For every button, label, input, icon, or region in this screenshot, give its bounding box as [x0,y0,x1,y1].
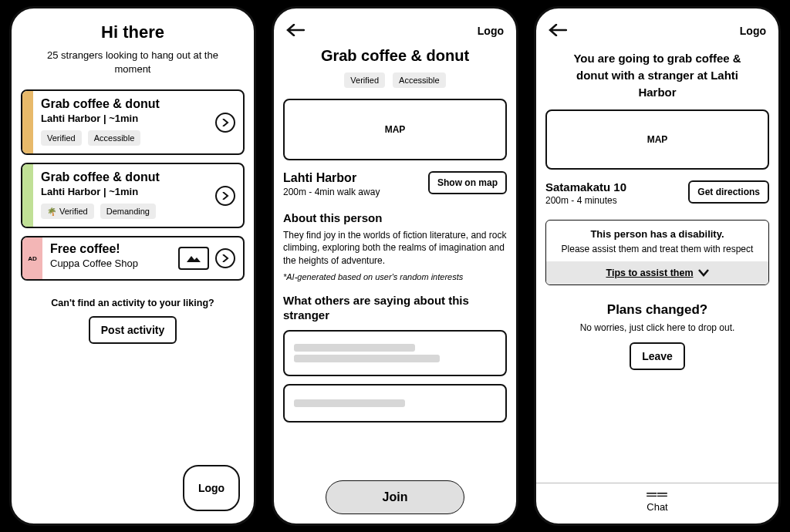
confirmation-headline: You are going to grab coffee & donut wit… [558,50,757,100]
about-ai-note: *AI-generated based on user's random int… [283,272,507,281]
ad-badge: AD [22,237,42,279]
stranger-count-subtitle: 25 strangers looking to hang out at the … [44,49,221,76]
review-card [283,330,507,376]
post-activity-button[interactable]: Post activity [89,316,177,344]
headline-at: at [694,69,711,82]
card-body: Grab coffee & donut Lahti Harbor | ~1min… [33,91,208,153]
ad-image-thumb [178,247,209,270]
verified-tag: 🌴 Verified [41,204,94,219]
logo-fab[interactable]: Logo [183,465,240,511]
chevron-right-icon [221,192,229,200]
arrow-left-icon [286,24,305,36]
chevron-down-icon [698,269,709,277]
activity-card[interactable]: Grab coffee & donut Lahti Harbor | ~1min… [21,163,245,228]
disability-top: This person has a disability. Please ass… [546,221,768,261]
disability-body: Please assist them and treat them with r… [557,243,758,255]
skeleton-line [294,344,415,352]
plans-heading: Plans changed? [545,302,769,318]
tips-expand-label: Tips to assist them [606,268,694,278]
greeting-title: Hi there [21,22,245,42]
open-ad-button[interactable] [215,248,235,268]
location-row: Lahti Harbor 200m - 4min walk away Show … [283,171,507,199]
menu-icon: ══ [536,491,778,498]
ad-label: AD [28,255,37,262]
activity-title: Grab coffee & donut [41,97,200,111]
activity-card[interactable]: Grab coffee & donut Lahti Harbor | ~1min… [21,89,245,155]
tag-row: 🌴 Verified Demanding [41,204,200,219]
image-icon [185,253,202,264]
ad-title: Free coffee! [50,242,170,256]
chat-bar[interactable]: ══ Chat [536,483,778,524]
tag-row: Verified Accessible [283,72,507,88]
back-button[interactable] [286,22,305,39]
skeleton-line [294,355,440,362]
show-on-map-button[interactable]: Show on map [428,171,507,194]
topbar: Logo [545,22,769,47]
leave-button[interactable]: Leave [630,342,685,370]
open-activity-button[interactable] [215,186,235,206]
map-placeholder[interactable]: MAP [283,99,507,160]
address-distance: 200m - 4 minutes [545,195,626,207]
chat-label: Chat [536,501,778,513]
headline-mid: with [609,69,638,82]
activity-location: Lahti Harbor | ~1min [41,186,200,197]
others-heading: What others are saying about this strang… [283,294,507,323]
open-activity-button[interactable] [215,113,235,133]
card-stripe [22,164,33,227]
address-row: Satamakatu 10 200m - 4 minutes Get direc… [545,180,769,207]
disability-title: This person has a disability. [557,228,758,240]
screen-home: Hi there 25 strangers looking to hang ou… [9,6,256,526]
header-logo[interactable]: Logo [478,25,504,37]
get-directions-button[interactable]: Get directions [688,180,769,204]
headline-pre: You are going to [573,52,667,65]
back-button[interactable] [549,22,567,39]
accessible-tag: Accessible [393,72,446,88]
address-info: Satamakatu 10 200m - 4 minutes [545,180,626,207]
no-activity-prompt: Can't find an activity to your liking? [21,298,245,308]
ad-right [178,237,243,279]
palm-icon: 🌴 [47,207,56,216]
skeleton-line [294,399,405,407]
verified-tag: Verified [41,130,82,146]
verified-tag: Verified [344,72,385,88]
map-placeholder[interactable]: MAP [545,109,769,170]
disability-card: This person has a disability. Please ass… [545,220,769,285]
tips-expand-button[interactable]: Tips to assist them [546,261,768,285]
location-info: Lahti Harbor 200m - 4min walk away [283,171,380,199]
address-line: Satamakatu 10 [545,180,626,194]
review-card [283,384,507,423]
card-body: Grab coffee & donut Lahti Harbor | ~1min… [33,164,208,227]
screen-confirmation: Logo You are going to grab coffee & donu… [534,6,781,526]
location-name: Lahti Harbor [283,171,380,185]
activity-title: Grab coffee & donut [283,47,507,65]
about-heading: About this person [283,211,507,224]
card-arrow-area [208,91,243,153]
card-arrow-area [208,164,243,227]
demanding-tag: Demanding [100,204,156,219]
card-stripe [22,91,33,153]
ad-card[interactable]: AD Free coffee! Cuppa Coffee Shop [21,236,245,281]
join-wrap: Join [274,480,516,514]
tag-row: Verified Accessible [41,130,200,146]
headline-who: a stranger [638,69,694,82]
join-button[interactable]: Join [326,480,464,514]
chevron-right-icon [221,254,229,262]
tag-label: Verified [59,207,88,216]
accessible-tag: Accessible [88,130,141,146]
arrow-left-icon [549,24,567,36]
ad-subtitle: Cuppa Coffee Shop [50,258,170,269]
about-body: They find joy in the worlds of fiction l… [283,229,507,268]
chevron-right-icon [221,119,229,126]
plans-sub: No worries, just click here to drop out. [545,322,769,333]
screen-activity-detail: Logo Grab coffee & donut Verified Access… [272,6,518,526]
activity-location: Lahti Harbor | ~1min [41,113,200,124]
activity-title: Grab coffee & donut [41,170,200,184]
location-distance: 200m - 4min walk away [283,187,380,199]
header-logo[interactable]: Logo [740,25,766,37]
topbar: Logo [283,22,507,47]
card-body: Free coffee! Cuppa Coffee Shop [42,237,178,279]
